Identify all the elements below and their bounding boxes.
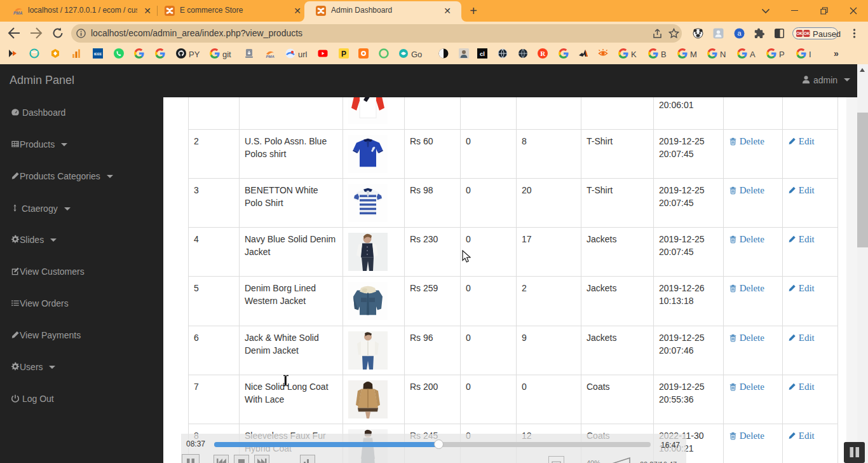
svg-text:cl: cl <box>480 50 485 57</box>
svg-text:OK: OK <box>796 31 803 36</box>
svg-text:IEEE: IEEE <box>94 52 102 56</box>
svg-text:R: R <box>540 50 546 57</box>
svg-text:OK: OK <box>804 31 810 36</box>
svg-text:PMA: PMA <box>13 11 23 15</box>
svg-text:P: P <box>341 50 346 59</box>
svg-text:a: a <box>737 29 742 37</box>
svg-text:PMA: PMA <box>266 55 275 59</box>
